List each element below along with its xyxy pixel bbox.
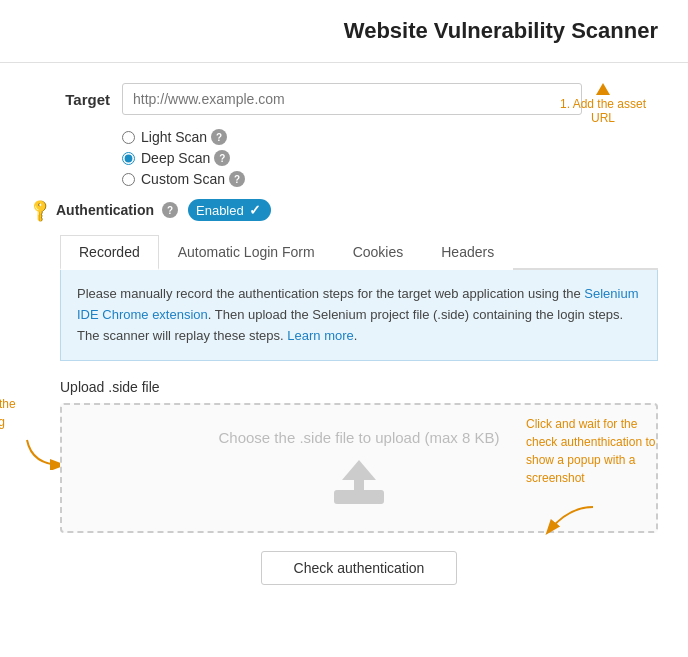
deep-scan-help-icon[interactable]: ? — [214, 150, 230, 166]
enabled-check-icon: ✓ — [249, 202, 261, 218]
upload-annotation-left: 2. Upload the recording — [0, 395, 20, 431]
tab-recorded[interactable]: Recorded — [60, 235, 159, 270]
light-scan-radio[interactable] — [122, 131, 135, 144]
check-auth-row: Check authentication — [60, 551, 658, 585]
info-box: Please manually record the authenticatio… — [60, 270, 658, 361]
svg-rect-1 — [334, 490, 384, 504]
light-scan-label: Light Scan — [141, 129, 207, 145]
tabs-bar: Recorded Automatic Login Form Cookies He… — [60, 235, 658, 270]
upload-placeholder: Choose the .side file to upload (max 8 K… — [219, 429, 500, 446]
enabled-badge-label: Enabled — [196, 203, 244, 218]
key-icon: 🔑 — [26, 196, 54, 224]
upload-label: Upload .side file — [60, 379, 658, 395]
svg-marker-3 — [342, 460, 376, 480]
target-label: Target — [30, 91, 110, 108]
deep-scan-label: Deep Scan — [141, 150, 210, 166]
deep-scan-radio[interactable] — [122, 152, 135, 165]
check-authentication-button[interactable]: Check authentication — [261, 551, 458, 585]
check-annotation: Click and wait for the check authenthica… — [526, 415, 666, 487]
enabled-badge[interactable]: Enabled ✓ — [188, 199, 271, 221]
add-asset-annotation: 1. Add the asset URL — [558, 83, 648, 125]
auth-label: Authentication — [56, 202, 154, 218]
tab-headers[interactable]: Headers — [422, 235, 513, 270]
authentication-row: 🔑 Authentication ? Enabled ✓ — [30, 199, 658, 221]
upload-icon — [332, 458, 386, 508]
target-input[interactable] — [122, 83, 582, 115]
info-text-before-link1: Please manually record the authenticatio… — [77, 286, 584, 301]
auth-help-icon[interactable]: ? — [162, 202, 178, 218]
custom-scan-label: Custom Scan — [141, 171, 225, 187]
tab-auto-login[interactable]: Automatic Login Form — [159, 235, 334, 270]
learn-more-link[interactable]: Learn more — [287, 328, 353, 343]
check-auth-arrow — [538, 502, 598, 545]
scan-options-group: Light Scan ? Deep Scan ? Custom Scan ? — [122, 129, 658, 187]
light-scan-help-icon[interactable]: ? — [211, 129, 227, 145]
page-title: Website Vulnerability Scanner — [0, 0, 688, 63]
info-text-after-link2: . — [354, 328, 358, 343]
tabs-container: Recorded Automatic Login Form Cookies He… — [60, 235, 658, 361]
custom-scan-help-icon[interactable]: ? — [229, 171, 245, 187]
custom-scan-radio[interactable] — [122, 173, 135, 186]
tab-cookies[interactable]: Cookies — [334, 235, 423, 270]
